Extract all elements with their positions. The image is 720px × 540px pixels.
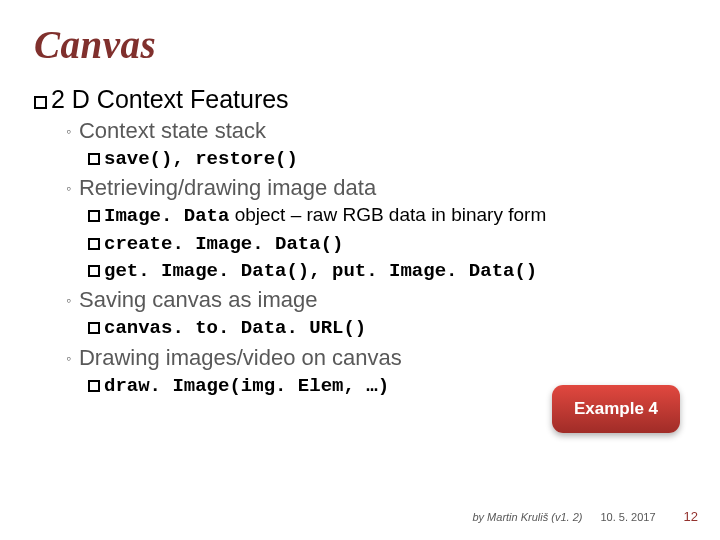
sub-item: ◦Saving canvas as image	[66, 287, 686, 313]
footer-date: 10. 5. 2017	[600, 511, 655, 523]
diamond-bullet-icon: ◦	[66, 292, 71, 308]
sub-item: ◦Retrieving/drawing image data	[66, 175, 686, 201]
leaf-item: create. Image. Data()	[88, 231, 686, 256]
leaf-tail: object – raw RGB data in binary form	[229, 204, 546, 225]
slide: Canvas 2 D Context Features ◦Context sta…	[0, 0, 720, 540]
code-text: create. Image. Data()	[104, 233, 343, 255]
sub-label: Retrieving/drawing image data	[79, 175, 376, 200]
diamond-bullet-icon: ◦	[66, 123, 71, 139]
leaf-item: Image. Data object – raw RGB data in bin…	[88, 203, 686, 228]
badge-label: Example 4	[574, 399, 658, 419]
heading-rest: Context Features	[90, 85, 289, 113]
section-heading: 2 D Context Features	[34, 85, 686, 114]
sub-item: ◦Drawing images/video on canvas	[66, 345, 686, 371]
leaf-item: save(), restore()	[88, 146, 686, 171]
heading-prefix: 2 D	[51, 85, 90, 113]
square-bullet-icon	[88, 265, 100, 277]
slide-title: Canvas	[34, 22, 686, 67]
leaf-item: get. Image. Data(), put. Image. Data()	[88, 258, 686, 283]
leaf-item: canvas. to. Data. URL()	[88, 315, 686, 340]
square-bullet-icon	[34, 96, 47, 109]
code-text: save(), restore()	[104, 148, 298, 170]
square-bullet-icon	[88, 210, 100, 222]
square-bullet-icon	[88, 153, 100, 165]
footer-page-number: 12	[684, 509, 698, 524]
code-text: draw. Image(img. Elem, …)	[104, 375, 389, 397]
code-text: Image. Data	[104, 205, 229, 227]
code-text: canvas. to. Data. URL()	[104, 317, 366, 339]
diamond-bullet-icon: ◦	[66, 180, 71, 196]
example-badge[interactable]: Example 4	[552, 385, 680, 433]
code-text: get. Image. Data(), put. Image. Data()	[104, 260, 537, 282]
sub-label: Saving canvas as image	[79, 287, 317, 312]
sub-label: Drawing images/video on canvas	[79, 345, 402, 370]
square-bullet-icon	[88, 322, 100, 334]
square-bullet-icon	[88, 238, 100, 250]
slide-footer: by Martin Kruliš (v1. 2) 10. 5. 2017 12	[472, 509, 698, 524]
diamond-bullet-icon: ◦	[66, 350, 71, 366]
sub-label: Context state stack	[79, 118, 266, 143]
footer-author: by Martin Kruliš (v1. 2)	[472, 511, 582, 523]
square-bullet-icon	[88, 380, 100, 392]
sub-item: ◦Context state stack	[66, 118, 686, 144]
